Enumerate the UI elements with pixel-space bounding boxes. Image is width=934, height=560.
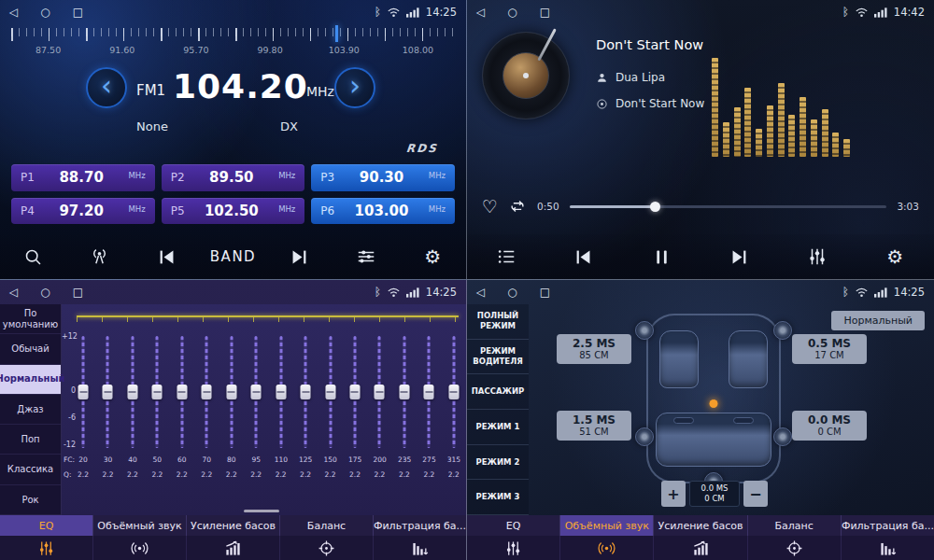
delay-front-right[interactable]: 0.5 MS 17 CM xyxy=(792,334,867,364)
sound-tab[interactable]: Объёмный звук xyxy=(93,515,187,536)
broadcast-button[interactable] xyxy=(79,238,120,275)
bass-boost-tab-button[interactable] xyxy=(654,536,747,560)
speaker-front-left[interactable] xyxy=(635,321,654,340)
radio-preset-p2[interactable]: P289.50MHz xyxy=(162,164,305,191)
settings-button[interactable]: ⚙ xyxy=(412,238,453,275)
eq-band-slider[interactable] xyxy=(348,336,361,448)
sound-tab[interactable]: Баланс xyxy=(280,515,374,536)
listening-mode-item[interactable]: РЕЖИМ ВОДИТЕЛЯ xyxy=(467,340,529,375)
recent-icon[interactable]: □ xyxy=(73,286,83,299)
back-icon[interactable]: ◁ xyxy=(9,286,18,299)
eq-preset-item[interactable]: Джаз xyxy=(0,395,61,425)
eq-band-slider[interactable] xyxy=(101,336,114,448)
eq-band-slider[interactable] xyxy=(275,336,288,448)
surround-tab-button[interactable] xyxy=(560,536,654,560)
sound-tab[interactable]: Фильтрация ба... xyxy=(374,515,466,536)
eq-tab-button[interactable] xyxy=(0,536,93,560)
surround-tab-button[interactable] xyxy=(93,536,187,560)
sound-tab[interactable]: Баланс xyxy=(748,515,842,536)
eq-band-slider[interactable] xyxy=(77,336,90,448)
settings-button[interactable]: ⚙ xyxy=(874,238,915,275)
equalizer-button[interactable] xyxy=(797,238,838,275)
radio-preset-p5[interactable]: P5102.50MHz xyxy=(162,198,305,225)
slider-knob[interactable] xyxy=(301,385,311,399)
tune-up-button[interactable]: › xyxy=(334,67,375,108)
slider-knob[interactable] xyxy=(325,385,335,399)
balance-tab-button[interactable] xyxy=(748,536,842,560)
filter-tab-button[interactable] xyxy=(842,536,934,560)
slider-knob[interactable] xyxy=(103,385,113,399)
eq-band-slider[interactable] xyxy=(225,336,238,448)
radio-preset-p1[interactable]: P188.70MHz xyxy=(11,164,155,191)
eq-band-slider[interactable] xyxy=(126,336,139,448)
rear-bench-seat[interactable] xyxy=(656,413,771,467)
back-icon[interactable]: ◁ xyxy=(476,6,485,19)
decrease-delay-button[interactable]: − xyxy=(743,481,768,507)
home-icon[interactable]: ○ xyxy=(40,6,50,19)
profile-button[interactable]: Нормальный xyxy=(831,311,925,330)
bass-boost-tab-button[interactable] xyxy=(187,536,280,560)
audio-settings-button[interactable] xyxy=(346,238,387,275)
driver-seat[interactable] xyxy=(659,330,699,388)
slider-knob[interactable] xyxy=(177,385,187,399)
previous-track-button[interactable] xyxy=(563,238,604,275)
album-art[interactable] xyxy=(482,32,570,119)
eq-band-slider[interactable] xyxy=(200,336,213,448)
sound-tab[interactable]: Усиление басов xyxy=(187,515,280,536)
balance-tab-button[interactable] xyxy=(280,536,374,560)
frequency-pointer[interactable] xyxy=(335,25,338,42)
listening-mode-item[interactable]: ПОЛНЫЙ РЕЖИМ xyxy=(467,304,529,340)
eq-band-slider[interactable] xyxy=(176,336,189,448)
eq-band-slider[interactable] xyxy=(299,336,312,448)
eq-band-slider[interactable] xyxy=(150,336,163,448)
radio-preset-p3[interactable]: P390.30MHz xyxy=(311,164,455,191)
sound-tab[interactable]: EQ xyxy=(467,515,560,536)
favorite-button[interactable]: ♡ xyxy=(482,198,498,216)
slider-knob[interactable] xyxy=(78,385,89,399)
repeat-icon[interactable] xyxy=(508,197,527,216)
recent-icon[interactable]: □ xyxy=(540,6,550,19)
eq-band-slider[interactable] xyxy=(398,336,411,448)
listening-mode-item[interactable]: РЕЖИМ 3 xyxy=(467,480,529,515)
slider-knob[interactable] xyxy=(424,385,434,399)
slider-knob[interactable] xyxy=(152,385,163,399)
recent-icon[interactable]: □ xyxy=(73,6,83,19)
home-icon[interactable]: ○ xyxy=(507,6,517,19)
listening-mode-item[interactable]: РЕЖИМ 2 xyxy=(467,445,529,481)
listening-position-dot[interactable] xyxy=(710,399,718,408)
sound-tab[interactable]: EQ xyxy=(0,515,93,536)
listening-mode-item[interactable]: РЕЖИМ 1 xyxy=(467,410,529,445)
slider-knob[interactable] xyxy=(375,385,385,399)
slider-knob[interactable] xyxy=(349,385,360,399)
eq-band-slider[interactable] xyxy=(422,336,435,448)
slider-knob[interactable] xyxy=(399,385,409,399)
back-icon[interactable]: ◁ xyxy=(476,286,485,299)
slider-knob[interactable] xyxy=(127,385,137,399)
playlist-button[interactable] xyxy=(486,238,527,275)
sound-tab[interactable]: Усиление басов xyxy=(654,515,747,536)
home-icon[interactable]: ○ xyxy=(40,286,50,299)
eq-band-slider[interactable] xyxy=(324,336,337,448)
eq-preset-item[interactable]: Рок xyxy=(0,485,61,515)
next-station-button[interactable] xyxy=(279,238,320,275)
eq-preset-item[interactable]: Нормальный xyxy=(0,365,61,395)
tune-down-button[interactable]: ‹ xyxy=(86,67,127,108)
reception-mode[interactable]: DX xyxy=(280,119,298,133)
scan-button[interactable] xyxy=(13,238,54,275)
sound-tab[interactable]: Фильтрация ба... xyxy=(842,515,934,536)
seek-bar[interactable] xyxy=(570,205,887,208)
recent-icon[interactable]: □ xyxy=(540,286,550,299)
slider-knob[interactable] xyxy=(448,385,459,399)
radio-preset-p6[interactable]: P6103.00MHz xyxy=(311,198,455,225)
increase-delay-button[interactable]: + xyxy=(661,481,686,507)
eq-band-slider[interactable] xyxy=(447,336,460,448)
horizontal-scrollbar[interactable] xyxy=(244,510,279,512)
passenger-seat[interactable] xyxy=(729,330,768,388)
delay-front-left[interactable]: 2.5 MS 85 CM xyxy=(557,334,631,364)
sound-tab[interactable]: Объёмный звук xyxy=(560,515,654,536)
frequency-ruler[interactable]: 87.5091.6095.7099.80103.90108.00 xyxy=(11,28,455,62)
next-track-button[interactable] xyxy=(719,238,760,275)
pause-button[interactable] xyxy=(641,238,682,275)
eq-band-slider[interactable] xyxy=(373,336,386,448)
eq-band-slider[interactable] xyxy=(249,336,262,448)
